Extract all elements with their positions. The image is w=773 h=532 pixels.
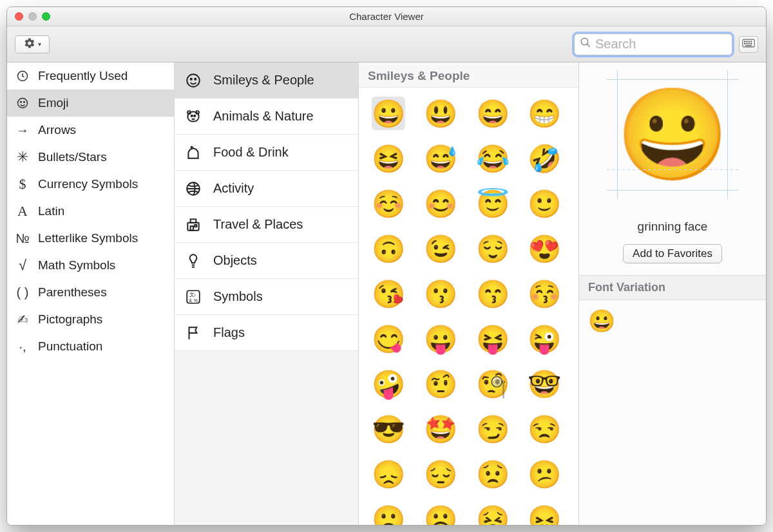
picto-icon: ✍︎ — [15, 312, 30, 327]
category-item-label: Pictographs — [38, 312, 102, 327]
category-item-math-symbols[interactable]: √Math Symbols — [7, 252, 174, 279]
emoji-cell[interactable]: 😟 — [476, 457, 510, 491]
emoji-cell[interactable]: 😖 — [528, 502, 561, 525]
search-field-wrapper[interactable] — [574, 33, 732, 55]
subcategory-item-food-drink[interactable]: Food & Drink — [175, 135, 358, 171]
subcategory-item-smileys-people[interactable]: Smileys & People — [175, 62, 358, 99]
emoji-cell[interactable]: 😎 — [372, 412, 405, 446]
settings-menu-button[interactable]: ▾ — [15, 35, 50, 53]
subcategory-item-animals-nature[interactable]: Animals & Nature — [175, 99, 358, 135]
emoji-cell[interactable]: 😍 — [528, 232, 561, 265]
emoji-cell[interactable]: ☹️ — [424, 502, 457, 525]
grid-section-header: Smileys & People — [359, 62, 578, 88]
category-item-bullets-stars[interactable]: ✳︎Bullets/Stars — [7, 144, 174, 171]
emoji-cell[interactable]: 😁 — [528, 97, 561, 130]
category-item-label: Emoji — [38, 96, 69, 110]
emoji-cell[interactable]: 😆 — [372, 142, 405, 175]
emoji-cell[interactable]: 😋 — [372, 322, 405, 356]
font-variation-item[interactable]: 😀 — [588, 309, 615, 333]
dollar-icon: $ — [15, 176, 30, 193]
character-grid-pane: Smileys & People 😀😃😄😁😆😅😂🤣☺️😊😇🙂🙃😉😌😍😘😗😙😚😋😛… — [359, 62, 579, 525]
svg-point-13 — [18, 99, 28, 108]
emoji-cell[interactable]: 😀 — [372, 97, 405, 130]
emoji-cell[interactable]: 😅 — [424, 142, 457, 175]
category-item-currency-symbols[interactable]: $Currency Symbols — [7, 171, 174, 198]
category-item-label: Bullets/Stars — [38, 150, 107, 164]
emoji-cell[interactable]: 🤪 — [372, 367, 405, 401]
emoji-cell[interactable]: 🤩 — [424, 412, 457, 446]
category-item-punctuation[interactable]: ∙,Punctuation — [7, 333, 174, 360]
category-item-arrows[interactable]: →Arrows — [7, 117, 174, 144]
emoji-cell[interactable]: 😄 — [476, 97, 510, 130]
emoji-cell[interactable]: 😝 — [476, 322, 510, 356]
svg-point-10 — [751, 43, 752, 44]
emoji-cell[interactable]: 😕 — [528, 457, 561, 491]
category-item-emoji[interactable]: Emoji — [7, 90, 174, 117]
category-item-parentheses[interactable]: ( )Parentheses — [7, 279, 174, 306]
category-item-pictographs[interactable]: ✍︎Pictographs — [7, 306, 174, 333]
keyboard-icon — [742, 39, 755, 50]
subcategory-item-label: Flags — [213, 325, 245, 340]
character-grid: 😀😃😄😁😆😅😂🤣☺️😊😇🙂🙃😉😌😍😘😗😙😚😋😛😝😜🤪🤨🧐🤓😎🤩😏😒😞😔😟😕🙁☹️… — [359, 88, 578, 525]
paren-icon: ( ) — [15, 285, 30, 300]
svg-point-7 — [745, 43, 745, 44]
svg-point-4 — [747, 41, 747, 42]
svg-point-23 — [194, 115, 195, 116]
emoji-cell[interactable]: 😗 — [424, 277, 457, 310]
emoji-cell[interactable]: 🙁 — [372, 502, 405, 525]
subcategory-icon — [184, 144, 203, 161]
category-item-letterlike-symbols[interactable]: №Letterlike Symbols — [7, 225, 174, 252]
subcategory-item-activity[interactable]: Activity — [175, 171, 358, 207]
emoji-icon — [15, 97, 30, 109]
svg-point-5 — [749, 41, 749, 42]
emoji-cell[interactable]: 😚 — [528, 277, 561, 310]
subcategory-item-objects[interactable]: Objects — [175, 243, 358, 279]
svg-point-6 — [751, 41, 752, 42]
emoji-cell[interactable]: 😘 — [372, 277, 405, 310]
emoji-cell[interactable]: 🙃 — [372, 232, 405, 265]
svg-point-16 — [187, 74, 200, 87]
add-to-favorites-button[interactable]: Add to Favorites — [623, 244, 722, 263]
emoji-cell[interactable]: 😇 — [476, 187, 510, 220]
subcategory-icon — [184, 180, 203, 197]
character-name-label: grinning face — [579, 220, 766, 234]
window-title: Character Viewer — [7, 11, 766, 22]
subcategory-item-flags[interactable]: Flags — [175, 315, 358, 351]
subcategory-item-label: Travel & Places — [213, 217, 303, 232]
svg-point-9 — [749, 43, 749, 44]
font-variation-list: 😀 — [579, 300, 766, 341]
punct-icon: ∙, — [15, 339, 30, 354]
emoji-cell[interactable]: 🧐 — [476, 367, 510, 401]
emoji-cell[interactable]: 😞 — [372, 457, 405, 491]
keyboard-viewer-button[interactable] — [739, 36, 758, 53]
svg-point-18 — [195, 78, 196, 79]
category-item-label: Frequently Used — [38, 69, 128, 83]
category-item-label: Math Symbols — [38, 258, 115, 272]
emoji-cell[interactable]: 😌 — [476, 232, 510, 265]
emoji-cell[interactable]: 😣 — [476, 502, 510, 525]
emoji-cell[interactable]: 😂 — [476, 142, 510, 175]
emoji-cell[interactable]: 😙 — [476, 277, 510, 310]
emoji-cell[interactable]: 😏 — [476, 412, 510, 446]
content-area: Frequently UsedEmoji→Arrows✳︎Bullets/Sta… — [7, 62, 766, 525]
category-item-label: Latin — [38, 204, 64, 218]
emoji-cell[interactable]: 🤓 — [528, 367, 561, 401]
emoji-cell[interactable]: 😉 — [424, 232, 457, 265]
category-item-latin[interactable]: ALatin — [7, 198, 174, 225]
category-item-frequently-used[interactable]: Frequently Used — [7, 62, 174, 90]
emoji-cell[interactable]: 😔 — [424, 457, 457, 491]
subcategory-item-symbols[interactable]: 文♪&%Symbols — [175, 279, 358, 315]
emoji-cell[interactable]: 😃 — [424, 97, 457, 130]
subcategory-icon — [184, 325, 203, 341]
emoji-cell[interactable]: 😜 — [528, 322, 561, 356]
emoji-cell[interactable]: ☺️ — [372, 187, 405, 220]
emoji-cell[interactable]: 😊 — [424, 187, 457, 220]
emoji-cell[interactable]: 🤨 — [424, 367, 457, 401]
search-input[interactable] — [595, 37, 758, 52]
emoji-cell[interactable]: 🙂 — [528, 187, 561, 220]
emoji-cell[interactable]: 😛 — [424, 322, 457, 356]
emoji-cell[interactable]: 🤣 — [528, 142, 561, 175]
category-sidebar: Frequently UsedEmoji→Arrows✳︎Bullets/Sta… — [7, 62, 175, 525]
subcategory-item-travel-places[interactable]: Travel & Places — [175, 207, 358, 243]
emoji-cell[interactable]: 😒 — [528, 412, 561, 446]
